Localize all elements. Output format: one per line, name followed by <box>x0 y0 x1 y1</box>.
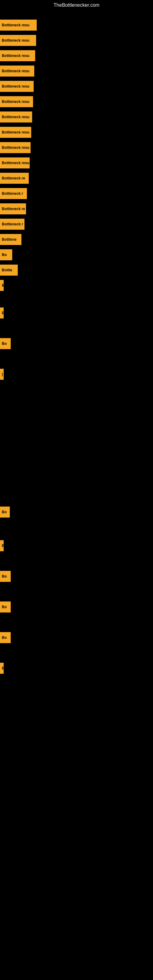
bar-item: B <box>0 280 4 291</box>
bar-item: Bo <box>0 338 11 349</box>
bar-label: Bottlene <box>2 237 16 242</box>
bar-item: Bottlene <box>0 234 21 245</box>
bar-item: Bottleneck r <box>0 188 27 199</box>
bar-label: Bottleneck resu <box>2 69 29 73</box>
bar-item: Bo <box>0 601 11 612</box>
bar-item: Bottleneck resu <box>0 20 37 30</box>
bar-label: Bottleneck resu <box>2 130 29 134</box>
bar-label: Bo <box>2 574 7 579</box>
bar-label: Bottleneck resu <box>2 54 29 58</box>
bar-label: Bottleneck re <box>2 207 25 211</box>
bar-item: Bottle <box>0 265 18 275</box>
bar-item: Bottleneck resu <box>0 35 36 46</box>
bar-label: B <box>2 666 4 670</box>
bar-label: Bo <box>2 253 7 257</box>
bar-label: Bo <box>2 510 7 514</box>
bar-item: B <box>0 307 4 318</box>
bar-item: Bo <box>0 632 11 643</box>
bar-item: Bottleneck re <box>0 173 29 184</box>
bar-label: Bottleneck r <box>2 191 23 196</box>
bar-label: B <box>2 311 4 315</box>
bar-item: Bottleneck resu <box>0 111 32 123</box>
bar-label: B <box>2 544 4 548</box>
bar-item: Bottleneck resu <box>0 96 33 107</box>
site-title: TheBottlenecker.com <box>0 0 153 10</box>
bar-item: Bottleneck resu <box>0 50 35 61</box>
bar-item: Bottleneck r <box>0 219 24 230</box>
bar-label: Bottleneck resu <box>2 38 29 43</box>
bar-item: B <box>0 540 4 551</box>
bar-label: Bottleneck resu <box>2 84 29 89</box>
bar-item: Bo <box>0 506 10 517</box>
bar-item: Bottleneck re <box>0 204 26 215</box>
bar-label: Bottleneck r <box>2 222 23 226</box>
bar-label: | <box>2 372 3 376</box>
bar-label: Bottleneck re <box>2 176 25 180</box>
bar-item: Bottleneck resu <box>0 158 30 169</box>
bar-label: Bottleneck resu <box>2 161 29 165</box>
bar-label: Bottle <box>2 268 12 272</box>
bar-item: Bottleneck resu <box>0 127 31 138</box>
bar-item: Bo <box>0 249 12 260</box>
bar-item: Bottleneck resu <box>0 142 30 153</box>
bar-label: B <box>2 283 4 288</box>
bar-item: Bottleneck resu <box>0 65 34 76</box>
bar-item: Bottleneck resu <box>0 81 33 92</box>
bar-item: Bo <box>0 571 11 582</box>
bar-label: Bottleneck resu <box>2 115 29 119</box>
bar-item: | <box>0 369 4 380</box>
bar-label: Bo <box>2 342 7 346</box>
bar-label: Bottleneck resu <box>2 23 29 27</box>
bar-label: Bottleneck resu <box>2 145 29 150</box>
bar-item: B <box>0 663 4 674</box>
bar-label: Bottleneck resu <box>2 100 29 104</box>
bar-label: Bo <box>2 635 7 640</box>
bar-label: Bo <box>2 605 7 609</box>
